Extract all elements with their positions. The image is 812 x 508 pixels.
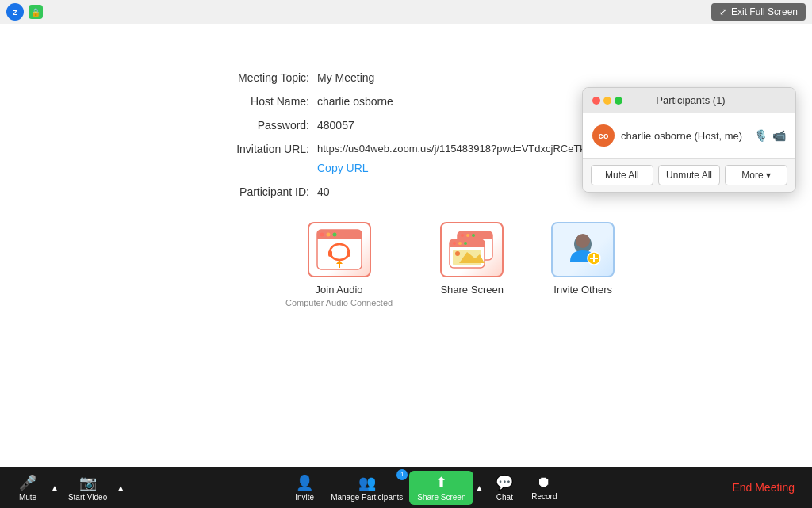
- share-screen-chevron-icon[interactable]: ▲: [473, 480, 485, 495]
- action-icons: Join Audio Computer Audio Connected: [285, 222, 812, 307]
- start-video-label: Start Video: [68, 493, 107, 502]
- svg-text:Z: Z: [13, 9, 17, 17]
- svg-point-6: [326, 233, 330, 237]
- mute-chevron-icon[interactable]: ▲: [49, 480, 60, 495]
- participants-list: co charlie osborne (Host, me) 🎙️ 📹: [583, 113, 795, 158]
- participants-footer: Mute All Unmute All More ▾: [583, 158, 795, 192]
- svg-point-29: [576, 234, 590, 248]
- svg-point-5: [320, 233, 324, 237]
- mic-status-icon: 🎙️: [754, 129, 768, 142]
- share-screen-label: Share Screen: [440, 284, 504, 296]
- join-audio-icon-box: [308, 222, 371, 277]
- toolbar-left: 🎤 Mute ▲ 📷 Start Video ▲: [8, 471, 126, 505]
- mute-toolbar-item[interactable]: 🎤 Mute: [8, 471, 48, 505]
- top-bar-left: Z 🔒: [6, 3, 43, 21]
- video-status-icon: 📹: [772, 129, 786, 142]
- svg-rect-4: [317, 235, 362, 239]
- end-meeting-button[interactable]: End Meeting: [722, 475, 804, 500]
- record-label: Record: [531, 492, 557, 501]
- unmute-all-button[interactable]: Unmute All: [658, 165, 721, 185]
- maximize-dot[interactable]: [615, 97, 622, 105]
- participants-badge: 1: [396, 469, 408, 480]
- participants-panel-title: Participants (1): [627, 94, 754, 106]
- manage-participants-toolbar-item[interactable]: 👥 1 Manage Participants: [324, 471, 409, 505]
- top-bar: Z 🔒 ⤢ Exit Full Screen: [0, 0, 812, 24]
- svg-point-27: [455, 251, 460, 256]
- participant-status-icons: 🎙️ 📹: [754, 129, 786, 142]
- meeting-topic-row: Meeting Topic: My Meeting: [206, 71, 812, 84]
- invite-label: Invite: [295, 493, 314, 502]
- video-chevron-icon[interactable]: ▲: [115, 480, 126, 495]
- share-screen-toolbar-item[interactable]: ⬆ Share Screen: [409, 471, 473, 505]
- exit-fullscreen-button[interactable]: ⤢ Exit Full Screen: [711, 3, 806, 21]
- host-label: Host Name:: [206, 95, 309, 108]
- host-value: charlie osborne: [317, 95, 393, 108]
- participants-panel: Participants (1) co charlie osborne (Hos…: [582, 87, 796, 193]
- invitation-value: https://us04web.zoom.us/j/115483918?pwd=…: [317, 143, 595, 155]
- share-screen-action[interactable]: Share Screen: [440, 222, 504, 307]
- chat-toolbar-item[interactable]: 💬 Chat: [485, 471, 524, 505]
- record-icon: ⏺: [537, 474, 551, 491]
- participant-name: charlie osborne (Host, me): [621, 130, 748, 142]
- record-toolbar-item[interactable]: ⏺ Record: [524, 471, 564, 504]
- password-value: 480057: [317, 119, 354, 132]
- manage-participants-label: Manage Participants: [331, 493, 403, 502]
- join-audio-label: Join Audio: [316, 284, 363, 296]
- svg-point-23: [458, 242, 462, 245]
- mute-all-button[interactable]: Mute All: [591, 165, 653, 185]
- minimize-dot[interactable]: [603, 97, 611, 105]
- window-controls: [592, 97, 622, 105]
- password-label: Password:: [206, 119, 309, 132]
- svg-rect-9: [328, 250, 332, 257]
- app-icon: Z: [6, 3, 24, 21]
- bottom-toolbar: 🎤 Mute ▲ 📷 Start Video ▲ 👤 Invite 👥 1 Ma…: [0, 467, 812, 508]
- topic-label: Meeting Topic:: [206, 71, 309, 84]
- invite-icon: 👤: [296, 474, 313, 491]
- mute-label: Mute: [19, 493, 36, 502]
- lock-icon: 🔒: [29, 5, 43, 19]
- share-screen-toolbar-label: Share Screen: [417, 493, 465, 502]
- participant-id-value: 40: [317, 185, 330, 198]
- svg-point-17: [466, 234, 469, 237]
- svg-point-18: [472, 234, 475, 237]
- start-video-toolbar-item[interactable]: 📷 Start Video: [62, 471, 113, 505]
- join-audio-sublabel: Computer Audio Connected: [285, 298, 393, 307]
- invitation-label: Invitation URL:: [206, 143, 309, 155]
- exit-fullscreen-icon: ⤢: [719, 6, 727, 17]
- svg-point-16: [461, 234, 464, 237]
- more-button[interactable]: More ▾: [725, 165, 787, 185]
- start-video-icon: 📷: [79, 474, 97, 491]
- participant-avatar: co: [592, 124, 615, 147]
- participants-title-bar: Participants (1): [583, 88, 795, 113]
- chat-label: Chat: [496, 493, 513, 502]
- share-screen-icon-box: [440, 222, 504, 277]
- join-audio-action[interactable]: Join Audio Computer Audio Connected: [285, 222, 393, 307]
- more-label: More ▾: [741, 170, 771, 181]
- toolbar-center: 👤 Invite 👥 1 Manage Participants ⬆ Share…: [126, 471, 722, 505]
- svg-point-24: [464, 242, 467, 245]
- invite-others-label: Invite Others: [553, 284, 612, 296]
- participant-row: co charlie osborne (Host, me) 🎙️ 📹: [583, 120, 795, 151]
- svg-point-7: [332, 233, 336, 237]
- manage-participants-icon: 👥: [358, 474, 376, 491]
- invite-toolbar-item[interactable]: 👤 Invite: [285, 471, 324, 505]
- toolbar-right: End Meeting: [722, 475, 804, 500]
- invite-others-icon-box: [551, 222, 615, 277]
- share-screen-toolbar-icon: ⬆: [435, 474, 447, 491]
- mute-icon: 🎤: [19, 474, 36, 491]
- participant-id-label: Participant ID:: [206, 185, 309, 198]
- topic-value: My Meeting: [317, 71, 374, 84]
- svg-rect-10: [347, 250, 350, 257]
- exit-fullscreen-label: Exit Full Screen: [731, 6, 798, 17]
- svg-point-22: [453, 242, 456, 245]
- invite-others-action[interactable]: Invite Others: [551, 222, 615, 307]
- chat-icon: 💬: [496, 474, 513, 491]
- close-dot[interactable]: [592, 97, 600, 105]
